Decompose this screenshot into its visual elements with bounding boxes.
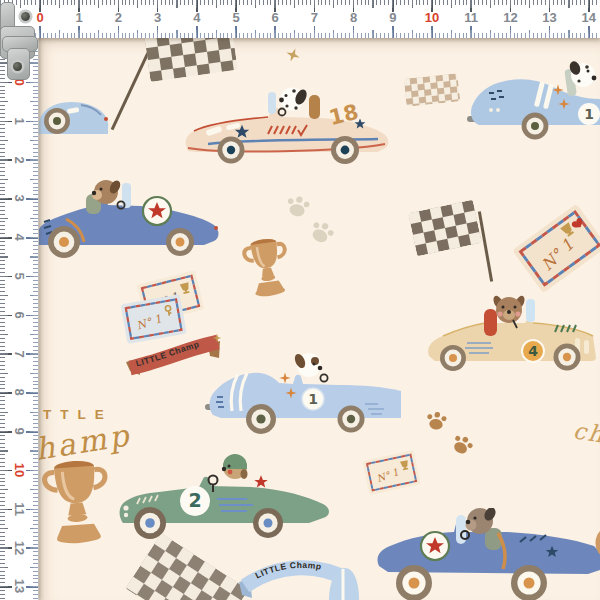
ruler-number: 4 xyxy=(193,10,200,25)
champ-script-right: champ xyxy=(572,417,600,456)
star-emblem-icon xyxy=(421,532,449,560)
wheel-icon xyxy=(166,228,194,256)
wheel-icon xyxy=(522,113,549,140)
partial-blue-motif xyxy=(327,564,361,600)
number-badge: 2 xyxy=(180,486,210,516)
race-car-blue-middle-1: 1 xyxy=(205,351,405,443)
ruler-number: 2 xyxy=(115,10,122,25)
ruler-number: 13 xyxy=(12,579,27,593)
ruler-number: 0 xyxy=(36,10,43,25)
ruler-number: 1 xyxy=(76,10,83,25)
gold-star-icon xyxy=(283,45,304,66)
ruler-number: 8 xyxy=(350,10,357,25)
wheel-icon xyxy=(396,565,432,600)
ruler-number: 1 xyxy=(12,117,27,124)
postcard-no1: N° 1 xyxy=(510,202,600,299)
paw-print-icon xyxy=(424,409,450,433)
banner-text: LITTLE Champ xyxy=(254,560,323,581)
wheel-icon xyxy=(48,226,80,258)
wheel-icon xyxy=(246,404,276,434)
trophy-icon xyxy=(39,453,121,568)
car-number: 1 xyxy=(584,106,594,122)
ruler-number: 5 xyxy=(232,10,239,25)
ruler-number: 7 xyxy=(311,10,318,25)
ruler-number: 14 xyxy=(582,10,596,25)
svg-text:LITTLE Champ: LITTLE Champ xyxy=(254,560,323,581)
car-number: 2 xyxy=(188,489,201,511)
rivet-hole xyxy=(13,62,22,71)
race-car-green-2: 2 xyxy=(117,454,345,549)
driver-dog-dalmatian-icon xyxy=(279,88,309,116)
fabric-swatch: 18 xyxy=(39,38,600,600)
ruler-number: 2 xyxy=(12,156,27,163)
race-car-tan-4: 4 xyxy=(425,294,600,386)
race-car-blue-mid-left xyxy=(39,178,224,268)
light-blue-car-top-left-partial xyxy=(39,88,112,143)
checkered-flag-top-icon xyxy=(144,38,238,82)
ruler-number: 12 xyxy=(12,540,27,554)
paw-print-icon xyxy=(283,192,313,221)
number-badge: 4 xyxy=(522,340,544,362)
windshield xyxy=(268,92,276,114)
fabric-swatch-photo: 18 xyxy=(0,0,600,600)
ruler-number: 10 xyxy=(425,10,439,25)
horizontal-ruler: 01234567891011121314 xyxy=(0,0,600,38)
wheel-icon xyxy=(440,345,466,371)
car-number: 1 xyxy=(308,391,318,407)
number-badge: 1 xyxy=(302,388,324,410)
trophy-partial-icon xyxy=(587,524,600,568)
checkered-flag-icon xyxy=(408,200,482,257)
ruler-number: 3 xyxy=(12,195,27,202)
wheel-icon xyxy=(338,406,365,433)
race-car-cream-18: 18 xyxy=(182,84,402,174)
ruler-number: 3 xyxy=(154,10,161,25)
ruler-number: 4 xyxy=(12,234,27,241)
flag-pole xyxy=(110,46,152,131)
ruler-number: 11 xyxy=(464,10,478,25)
ruler-number: 9 xyxy=(12,428,27,435)
windshield xyxy=(122,183,131,208)
trophy-icon xyxy=(239,234,295,304)
checker-patch-icon xyxy=(404,73,461,106)
ruler-number: 7 xyxy=(12,350,27,357)
ruler-number: 9 xyxy=(389,10,396,25)
ruler-number: 5 xyxy=(12,272,27,279)
ruler-number: 6 xyxy=(272,10,279,25)
postcard-no1: N° 1 xyxy=(361,449,422,500)
wheel-icon xyxy=(44,108,70,134)
star-emblem-icon xyxy=(143,197,171,225)
vertical-ruler: 012345678910111213 xyxy=(0,33,38,600)
ruler-number: 13 xyxy=(542,10,556,25)
paw-print-icon xyxy=(447,430,477,460)
windshield xyxy=(526,299,535,322)
seat xyxy=(484,309,497,336)
number-badge: 1 xyxy=(578,103,600,125)
wheel-icon xyxy=(554,344,581,371)
race-car-blue-top-right: 1 xyxy=(467,54,600,146)
wheel-icon xyxy=(218,137,245,164)
race-car-blue-bottom-right xyxy=(374,508,600,600)
ruler-number: 12 xyxy=(503,10,517,25)
wheel-icon xyxy=(253,508,283,538)
car-number: 4 xyxy=(528,343,538,359)
wheel-icon xyxy=(331,136,359,164)
ruler-number: 8 xyxy=(12,389,27,396)
rivet-hole xyxy=(21,12,30,21)
ruler-number: 10 xyxy=(12,463,27,477)
ruler-number: 6 xyxy=(12,311,27,318)
wheel-icon xyxy=(511,565,547,600)
ruler-number: 11 xyxy=(12,502,27,516)
little-caps-text: LITTLE xyxy=(39,407,113,422)
paw-print-icon xyxy=(305,215,339,248)
flag-pole xyxy=(477,211,492,281)
